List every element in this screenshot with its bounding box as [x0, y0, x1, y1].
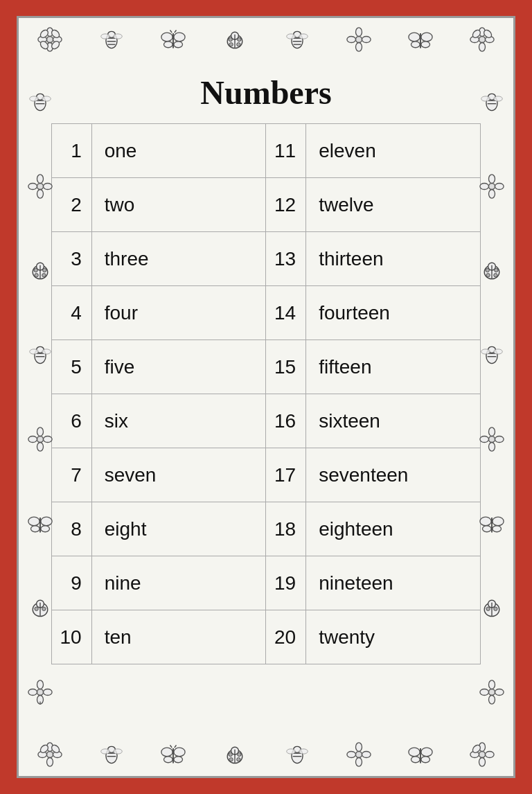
svg-point-18 — [164, 42, 173, 48]
svg-point-27 — [238, 37, 241, 41]
svg-point-85 — [31, 525, 40, 531]
number-right-word-20: twenty — [306, 610, 481, 664]
svg-point-167 — [229, 758, 233, 761]
svg-point-129 — [483, 525, 492, 531]
svg-point-124 — [489, 442, 495, 451]
number-left-num-5: 5 — [52, 340, 92, 394]
svg-line-160 — [170, 746, 172, 748]
svg-point-14 — [101, 34, 110, 39]
number-right-num-17: 17 — [266, 448, 306, 502]
number-left-num-1: 1 — [52, 124, 92, 178]
svg-point-40 — [347, 37, 356, 43]
table-row: 1one11eleven — [52, 124, 481, 178]
svg-point-93 — [37, 689, 44, 696]
bee-left1 — [26, 87, 55, 116]
svg-point-29 — [237, 43, 240, 46]
flower-left2 — [26, 425, 55, 454]
svg-point-156 — [174, 748, 185, 757]
svg-point-106 — [489, 189, 495, 198]
number-right-num-11: 11 — [266, 124, 306, 178]
butterfly-bottom2 — [406, 740, 435, 769]
svg-point-155 — [161, 748, 172, 757]
svg-point-43 — [421, 33, 432, 42]
table-row: 10ten20twenty — [52, 610, 481, 664]
number-right-num-15: 15 — [266, 340, 306, 394]
svg-point-77 — [42, 349, 51, 354]
svg-point-0 — [46, 37, 53, 43]
svg-point-36 — [299, 34, 308, 39]
svg-point-157 — [164, 757, 173, 763]
flower-icon-top2 — [344, 25, 373, 54]
page: Numbers 1one11eleven2two12twelve3three13… — [17, 16, 515, 778]
svg-point-49 — [479, 43, 486, 52]
ladybug-right2 — [477, 593, 506, 622]
ladybug-right1 — [477, 256, 506, 285]
svg-point-165 — [229, 752, 232, 756]
table-row: 9nine19nineteen — [52, 556, 481, 610]
svg-point-83 — [28, 517, 39, 526]
svg-point-44 — [411, 42, 420, 48]
bee-left2 — [26, 340, 55, 369]
svg-point-181 — [421, 748, 432, 757]
svg-point-166 — [238, 752, 241, 756]
butterfly-right1 — [477, 509, 506, 538]
flower-bottom1 — [35, 740, 64, 769]
svg-point-182 — [411, 757, 420, 763]
svg-point-189 — [486, 752, 495, 758]
number-right-word-16: sixteen — [306, 394, 481, 448]
number-right-num-12: 12 — [266, 178, 306, 232]
svg-point-178 — [347, 752, 356, 758]
svg-point-102 — [481, 96, 490, 101]
svg-point-42 — [409, 33, 420, 42]
number-left-num-7: 7 — [52, 448, 92, 502]
bee-icon-top2 — [283, 25, 312, 54]
svg-point-154 — [114, 749, 123, 754]
svg-point-60 — [37, 183, 44, 189]
svg-point-158 — [174, 757, 183, 763]
svg-point-16 — [161, 33, 172, 42]
svg-point-96 — [28, 689, 37, 696]
flower-right2 — [477, 425, 506, 454]
svg-line-22 — [175, 30, 177, 33]
svg-point-185 — [479, 752, 486, 758]
svg-point-104 — [489, 183, 495, 189]
svg-line-21 — [170, 30, 172, 33]
svg-point-92 — [42, 607, 46, 610]
number-right-num-20: 20 — [266, 610, 306, 664]
flower-icon-top3 — [468, 25, 497, 54]
svg-point-136 — [494, 607, 497, 610]
svg-point-173 — [286, 749, 295, 754]
number-right-word-17: seventeen — [306, 448, 481, 502]
number-left-num-8: 8 — [52, 502, 92, 556]
svg-point-45 — [421, 42, 430, 48]
number-left-word-3: three — [91, 232, 266, 286]
svg-point-141 — [495, 689, 504, 696]
svg-point-175 — [355, 752, 362, 758]
svg-point-15 — [114, 34, 123, 39]
svg-point-174 — [299, 749, 308, 754]
number-left-num-3: 3 — [52, 232, 92, 286]
svg-point-38 — [355, 28, 362, 37]
svg-point-105 — [489, 175, 495, 184]
flower-icon — [35, 25, 64, 54]
butterfly-bottom1 — [159, 740, 188, 769]
number-right-word-13: thirteen — [306, 232, 481, 286]
bee-bottom2 — [283, 740, 312, 769]
table-row: 8eight18eighteen — [52, 502, 481, 556]
svg-point-61 — [37, 175, 44, 184]
table-row: 6six16sixteen — [52, 394, 481, 448]
butterfly-icon-top — [159, 25, 188, 54]
number-left-word-7: seven — [91, 448, 266, 502]
svg-point-58 — [30, 96, 39, 101]
svg-point-135 — [486, 607, 490, 610]
number-left-word-6: six — [91, 394, 266, 448]
svg-point-123 — [489, 427, 495, 436]
svg-point-168 — [237, 758, 240, 761]
svg-point-81 — [28, 436, 37, 442]
svg-point-80 — [37, 442, 44, 451]
svg-point-62 — [37, 189, 44, 198]
bee-icon-top1 — [97, 25, 126, 54]
svg-point-94 — [37, 680, 44, 689]
svg-point-138 — [489, 680, 495, 689]
svg-point-82 — [44, 436, 53, 442]
